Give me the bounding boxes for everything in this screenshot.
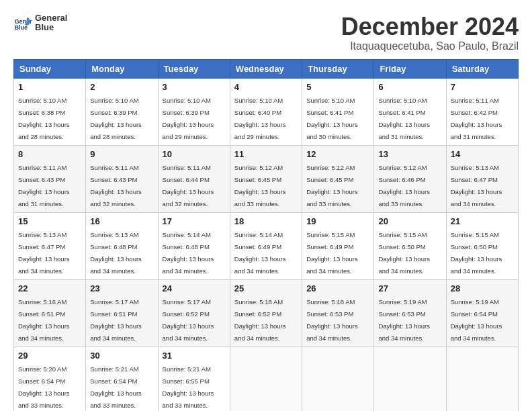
calendar-cell [230, 347, 302, 411]
calendar-cell: 6 Sunrise: 5:10 AMSunset: 6:41 PMDayligh… [374, 78, 446, 145]
day-number: 14 [451, 149, 514, 159]
day-info: Sunrise: 5:13 AMSunset: 6:47 PMDaylight:… [451, 164, 502, 208]
day-info: Sunrise: 5:11 AMSunset: 6:44 PMDaylight:… [163, 164, 214, 208]
weekday-header-thursday: Thursday [302, 59, 374, 78]
day-number: 2 [90, 82, 153, 92]
day-info: Sunrise: 5:21 AMSunset: 6:54 PMDaylight:… [90, 365, 142, 409]
day-number: 8 [18, 149, 81, 159]
title-area: December 2024 Itaquaquecetuba, Sao Paulo… [341, 13, 519, 52]
day-number: 4 [234, 82, 298, 92]
calendar-cell: 16 Sunrise: 5:13 AMSunset: 6:48 PMDaylig… [86, 212, 158, 279]
calendar-cell: 13 Sunrise: 5:12 AMSunset: 6:46 PMDaylig… [374, 145, 446, 212]
calendar-header: SundayMondayTuesdayWednesdayThursdayFrid… [14, 59, 519, 78]
day-info: Sunrise: 5:11 AMSunset: 6:42 PMDaylight:… [451, 97, 502, 140]
calendar-week-4: 22 Sunrise: 5:16 AMSunset: 6:51 PMDaylig… [14, 279, 519, 347]
day-number: 5 [306, 82, 369, 92]
day-number: 12 [306, 149, 369, 159]
day-info: Sunrise: 5:21 AMSunset: 6:55 PMDaylight:… [163, 365, 214, 409]
day-number: 29 [18, 351, 81, 361]
calendar-table: SundayMondayTuesdayWednesdayThursdayFrid… [13, 59, 519, 411]
calendar-body: 1 Sunrise: 5:10 AMSunset: 6:38 PMDayligh… [14, 78, 519, 411]
weekday-header-monday: Monday [86, 59, 158, 78]
day-number: 7 [451, 82, 514, 92]
logo: General Blue General Blue [13, 13, 67, 33]
day-number: 6 [378, 82, 441, 92]
day-info: Sunrise: 5:18 AMSunset: 6:53 PMDaylight:… [306, 298, 358, 342]
day-info: Sunrise: 5:12 AMSunset: 6:46 PMDaylight:… [378, 164, 430, 208]
weekday-header-sunday: Sunday [14, 59, 86, 78]
day-number: 24 [163, 283, 226, 293]
day-info: Sunrise: 5:15 AMSunset: 6:49 PMDaylight:… [306, 231, 358, 275]
day-info: Sunrise: 5:12 AMSunset: 6:45 PMDaylight:… [234, 164, 286, 208]
calendar-cell: 28 Sunrise: 5:19 AMSunset: 6:54 PMDaylig… [446, 279, 518, 347]
day-number: 21 [451, 216, 514, 226]
weekday-header-row: SundayMondayTuesdayWednesdayThursdayFrid… [14, 59, 519, 78]
weekday-header-tuesday: Tuesday [158, 59, 230, 78]
calendar-week-3: 15 Sunrise: 5:13 AMSunset: 6:47 PMDaylig… [14, 212, 519, 279]
logo-line2: Blue [35, 23, 67, 32]
page-header: General Blue General Blue December 2024 … [13, 13, 519, 52]
day-number: 27 [378, 283, 441, 293]
day-number: 26 [306, 283, 369, 293]
calendar-cell: 1 Sunrise: 5:10 AMSunset: 6:38 PMDayligh… [14, 78, 86, 145]
calendar-cell: 18 Sunrise: 5:14 AMSunset: 6:49 PMDaylig… [230, 212, 302, 279]
day-info: Sunrise: 5:10 AMSunset: 6:39 PMDaylight:… [90, 97, 142, 140]
day-number: 19 [306, 216, 369, 226]
day-info: Sunrise: 5:11 AMSunset: 6:43 PMDaylight:… [18, 164, 70, 208]
day-info: Sunrise: 5:14 AMSunset: 6:48 PMDaylight:… [163, 231, 214, 275]
day-number: 25 [234, 283, 298, 293]
calendar-cell: 10 Sunrise: 5:11 AMSunset: 6:44 PMDaylig… [158, 145, 230, 212]
day-number: 20 [378, 216, 441, 226]
day-number: 10 [163, 149, 226, 159]
day-info: Sunrise: 5:15 AMSunset: 6:50 PMDaylight:… [378, 231, 430, 275]
day-info: Sunrise: 5:17 AMSunset: 6:51 PMDaylight:… [90, 298, 142, 342]
logo-icon: General Blue [13, 13, 32, 32]
calendar-cell: 11 Sunrise: 5:12 AMSunset: 6:45 PMDaylig… [230, 145, 302, 212]
day-number: 22 [18, 283, 81, 293]
calendar-cell: 2 Sunrise: 5:10 AMSunset: 6:39 PMDayligh… [86, 78, 158, 145]
calendar-cell [446, 347, 518, 411]
calendar-cell: 20 Sunrise: 5:15 AMSunset: 6:50 PMDaylig… [374, 212, 446, 279]
day-number: 23 [90, 283, 153, 293]
day-info: Sunrise: 5:17 AMSunset: 6:52 PMDaylight:… [163, 298, 214, 342]
calendar-cell: 29 Sunrise: 5:20 AMSunset: 6:54 PMDaylig… [14, 347, 86, 411]
calendar-cell: 23 Sunrise: 5:17 AMSunset: 6:51 PMDaylig… [86, 279, 158, 347]
day-info: Sunrise: 5:10 AMSunset: 6:41 PMDaylight:… [306, 97, 358, 140]
weekday-header-saturday: Saturday [446, 59, 518, 78]
day-number: 1 [18, 82, 81, 92]
calendar-cell: 12 Sunrise: 5:12 AMSunset: 6:45 PMDaylig… [302, 145, 374, 212]
day-number: 31 [163, 351, 226, 361]
day-info: Sunrise: 5:19 AMSunset: 6:54 PMDaylight:… [451, 298, 502, 342]
day-number: 28 [451, 283, 514, 293]
day-info: Sunrise: 5:19 AMSunset: 6:53 PMDaylight:… [378, 298, 430, 342]
calendar-cell: 15 Sunrise: 5:13 AMSunset: 6:47 PMDaylig… [14, 212, 86, 279]
day-info: Sunrise: 5:15 AMSunset: 6:50 PMDaylight:… [451, 231, 502, 275]
calendar-cell: 7 Sunrise: 5:11 AMSunset: 6:42 PMDayligh… [446, 78, 518, 145]
day-number: 15 [18, 216, 81, 226]
calendar-cell: 3 Sunrise: 5:10 AMSunset: 6:39 PMDayligh… [158, 78, 230, 145]
calendar-cell: 8 Sunrise: 5:11 AMSunset: 6:43 PMDayligh… [14, 145, 86, 212]
day-number: 9 [90, 149, 153, 159]
day-number: 30 [90, 351, 153, 361]
weekday-header-wednesday: Wednesday [230, 59, 302, 78]
calendar-cell [374, 347, 446, 411]
calendar-cell: 24 Sunrise: 5:17 AMSunset: 6:52 PMDaylig… [158, 279, 230, 347]
calendar-cell: 19 Sunrise: 5:15 AMSunset: 6:49 PMDaylig… [302, 212, 374, 279]
day-info: Sunrise: 5:14 AMSunset: 6:49 PMDaylight:… [234, 231, 286, 275]
calendar-week-1: 1 Sunrise: 5:10 AMSunset: 6:38 PMDayligh… [14, 78, 519, 145]
day-number: 18 [234, 216, 298, 226]
calendar-cell: 31 Sunrise: 5:21 AMSunset: 6:55 PMDaylig… [158, 347, 230, 411]
calendar-cell: 21 Sunrise: 5:15 AMSunset: 6:50 PMDaylig… [446, 212, 518, 279]
month-title: December 2024 [341, 13, 519, 40]
day-number: 17 [163, 216, 226, 226]
day-info: Sunrise: 5:10 AMSunset: 6:38 PMDaylight:… [18, 97, 70, 140]
calendar-cell: 5 Sunrise: 5:10 AMSunset: 6:41 PMDayligh… [302, 78, 374, 145]
day-info: Sunrise: 5:20 AMSunset: 6:54 PMDaylight:… [18, 365, 70, 409]
logo-text: General Blue [35, 13, 67, 33]
day-info: Sunrise: 5:10 AMSunset: 6:39 PMDaylight:… [163, 97, 214, 140]
calendar-week-5: 29 Sunrise: 5:20 AMSunset: 6:54 PMDaylig… [14, 347, 519, 411]
day-info: Sunrise: 5:10 AMSunset: 6:40 PMDaylight:… [234, 97, 286, 140]
day-info: Sunrise: 5:16 AMSunset: 6:51 PMDaylight:… [18, 298, 70, 342]
calendar-cell: 17 Sunrise: 5:14 AMSunset: 6:48 PMDaylig… [158, 212, 230, 279]
day-info: Sunrise: 5:13 AMSunset: 6:48 PMDaylight:… [90, 231, 142, 275]
